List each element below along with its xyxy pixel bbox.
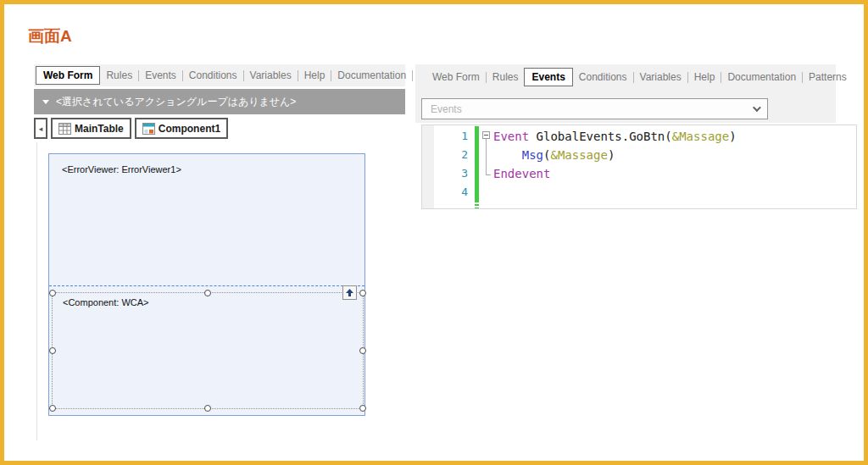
- component-control-selection[interactable]: <Component: WCA>: [52, 292, 364, 409]
- component-control-label: <Component: WCA>: [63, 297, 149, 307]
- tab-web-form[interactable]: Web Form: [36, 66, 100, 85]
- chevron-down-icon: [42, 100, 49, 104]
- chevron-left-icon: ◂: [39, 125, 43, 133]
- tab-help[interactable]: Help: [688, 69, 721, 86]
- main-table-container[interactable]: <ErrorViewer: ErrorViewer1> <Component: …: [48, 153, 365, 416]
- tab-variables[interactable]: Variables: [244, 67, 298, 84]
- tab-help[interactable]: Help: [298, 67, 331, 84]
- table-grid-icon: [58, 123, 71, 135]
- code-fold-toggle[interactable]: [482, 131, 490, 139]
- changed-lines-bar-tail: [475, 201, 479, 208]
- tab-documentation[interactable]: Documentation: [331, 67, 412, 84]
- tab-events[interactable]: Events: [139, 67, 182, 84]
- events-panel-header: Web Form Rules Events Conditions Variabl…: [415, 64, 836, 123]
- resize-handle-bottom-right[interactable]: [359, 405, 366, 412]
- tab-variables[interactable]: Variables: [634, 69, 687, 86]
- resize-handle-top-right[interactable]: [359, 290, 366, 296]
- punctuation-token: ): [608, 148, 615, 162]
- variable-token: &Massage: [672, 130, 729, 143]
- tab-conditions[interactable]: Conditions: [573, 69, 633, 86]
- resize-handle-bottom-left[interactable]: [49, 405, 56, 412]
- resize-handle-top-left[interactable]: [49, 290, 56, 296]
- resize-handle-mid-left[interactable]: [49, 347, 56, 354]
- changed-lines-bar: [475, 126, 479, 201]
- component1-button-label: Component1: [159, 123, 220, 135]
- line-number: 2: [422, 146, 471, 164]
- code-line: Event GlobalEvents.GoBtn(&Massage): [493, 127, 737, 146]
- line-number: 3: [422, 164, 471, 183]
- tab-documentation[interactable]: Documentation: [721, 69, 802, 86]
- code-fold-guide: [486, 139, 491, 175]
- component-icon: [142, 123, 155, 135]
- variable-token: &Massage: [550, 148, 607, 162]
- action-group-text: <選択されているアクショングループはありません>: [56, 95, 296, 109]
- line-number: 1: [422, 127, 471, 146]
- component1-button[interactable]: Component1: [135, 118, 228, 139]
- tab-patterns[interactable]: Patterns: [803, 69, 853, 86]
- code-line: Endevent: [493, 164, 737, 183]
- events-code-editor[interactable]: 1 2 3 4 Event GlobalEvents.GoBtn(&Massag…: [421, 125, 857, 209]
- designer-canvas-edge: [36, 142, 37, 440]
- tab-rules[interactable]: Rules: [487, 69, 525, 86]
- line-number: 4: [422, 183, 471, 202]
- code-lines: Event GlobalEvents.GoBtn(&Massage) Msg(&…: [493, 127, 737, 183]
- maintable-button[interactable]: MainTable: [51, 118, 131, 139]
- page-title: 画面A: [28, 25, 72, 47]
- indent-token: [493, 148, 522, 162]
- function-token: Msg: [522, 148, 543, 162]
- smart-tag-button[interactable]: [342, 285, 357, 300]
- arrow-up-icon: [345, 288, 354, 297]
- tab-events[interactable]: Events: [524, 68, 572, 86]
- tab-conditions[interactable]: Conditions: [183, 67, 243, 84]
- keyword-token: Event: [493, 130, 537, 143]
- line-numbers: 1 2 3 4: [422, 127, 471, 202]
- row-divider: [49, 285, 364, 286]
- resize-handle-top-center[interactable]: [204, 290, 211, 296]
- left-tab-strip: Web Form Rules Events Conditions Variabl…: [34, 64, 405, 86]
- tab-web-form[interactable]: Web Form: [426, 69, 486, 86]
- punctuation-token: ): [729, 130, 736, 143]
- keyword-token: Endevent: [493, 167, 550, 180]
- resize-handle-bottom-center[interactable]: [204, 405, 211, 412]
- resize-handle-mid-right[interactable]: [359, 347, 366, 354]
- identifier-token: GlobalEvents.GoBtn(: [537, 130, 672, 143]
- maintable-button-label: MainTable: [75, 123, 124, 135]
- designer-toolbar: ◂ MainTable Component1: [34, 118, 228, 141]
- action-group-selector[interactable]: <選択されているアクショングループはありません>: [34, 89, 405, 114]
- events-filter-dropdown[interactable]: Events: [421, 98, 768, 119]
- code-line: Msg(&Massage): [493, 146, 737, 164]
- chevron-down-icon: [753, 103, 761, 112]
- events-dropdown-placeholder: Events: [431, 103, 462, 115]
- error-viewer-control[interactable]: <ErrorViewer: ErrorViewer1>: [62, 164, 181, 174]
- window: 画面A Web Form Rules Events Conditions Var…: [0, 0, 868, 465]
- right-tab-strip: Web Form Rules Events Conditions Variabl…: [415, 64, 836, 90]
- scroll-left-button[interactable]: ◂: [34, 118, 47, 139]
- tab-rules[interactable]: Rules: [100, 67, 138, 84]
